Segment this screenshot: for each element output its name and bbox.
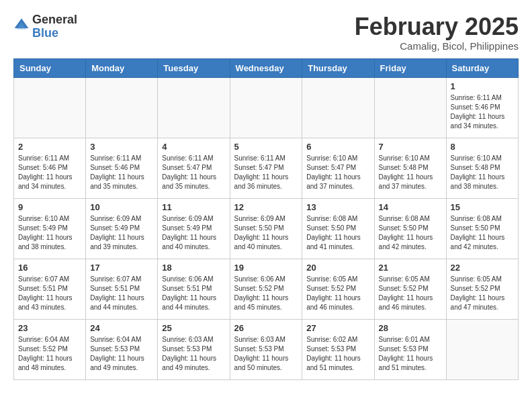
weekday-header-monday: Monday — [86, 58, 158, 77]
day-cell: 11Sunrise: 6:09 AM Sunset: 5:49 PM Dayli… — [158, 198, 230, 259]
weekday-header-sunday: Sunday — [14, 58, 86, 77]
day-number: 9 — [18, 202, 81, 212]
day-number: 20 — [306, 263, 369, 273]
logo-general-text: General — [32, 13, 77, 26]
day-cell: 15Sunrise: 6:08 AM Sunset: 5:50 PM Dayli… — [446, 198, 518, 259]
day-info: Sunrise: 6:01 AM Sunset: 5:53 PM Dayligh… — [379, 335, 442, 373]
day-info: Sunrise: 6:07 AM Sunset: 5:51 PM Dayligh… — [18, 275, 81, 312]
day-number: 15 — [451, 202, 514, 212]
day-cell: 21Sunrise: 6:05 AM Sunset: 5:52 PM Dayli… — [374, 259, 446, 319]
day-number: 13 — [306, 202, 369, 212]
day-cell — [86, 77, 158, 138]
day-info: Sunrise: 6:02 AM Sunset: 5:53 PM Dayligh… — [306, 335, 369, 373]
logo: General Blue — [13, 13, 77, 40]
day-number: 24 — [90, 323, 153, 333]
day-info: Sunrise: 6:05 AM Sunset: 5:52 PM Dayligh… — [451, 275, 514, 312]
day-number: 7 — [379, 142, 442, 152]
day-info: Sunrise: 6:03 AM Sunset: 5:53 PM Dayligh… — [162, 335, 225, 373]
day-info: Sunrise: 6:09 AM Sunset: 5:49 PM Dayligh… — [90, 214, 153, 252]
day-cell: 8Sunrise: 6:10 AM Sunset: 5:48 PM Daylig… — [446, 138, 518, 198]
day-cell: 22Sunrise: 6:05 AM Sunset: 5:52 PM Dayli… — [446, 259, 518, 319]
day-info: Sunrise: 6:06 AM Sunset: 5:52 PM Dayligh… — [234, 275, 298, 312]
day-number: 1 — [451, 81, 514, 91]
day-cell: 1Sunrise: 6:11 AM Sunset: 5:46 PM Daylig… — [446, 77, 518, 138]
day-cell: 3Sunrise: 6:11 AM Sunset: 5:46 PM Daylig… — [86, 138, 158, 198]
day-cell: 26Sunrise: 6:03 AM Sunset: 5:53 PM Dayli… — [230, 319, 302, 379]
day-cell: 28Sunrise: 6:01 AM Sunset: 5:53 PM Dayli… — [374, 319, 446, 379]
calendar-table: SundayMondayTuesdayWednesdayThursdayFrid… — [13, 58, 519, 380]
day-cell: 20Sunrise: 6:05 AM Sunset: 5:52 PM Dayli… — [302, 259, 374, 319]
day-cell: 17Sunrise: 6:07 AM Sunset: 5:51 PM Dayli… — [86, 259, 158, 319]
day-number: 2 — [18, 142, 81, 152]
day-info: Sunrise: 6:11 AM Sunset: 5:46 PM Dayligh… — [90, 154, 153, 191]
weekday-header-saturday: Saturday — [446, 58, 518, 77]
day-number: 4 — [162, 142, 225, 152]
day-cell: 23Sunrise: 6:04 AM Sunset: 5:52 PM Dayli… — [14, 319, 86, 379]
day-cell: 24Sunrise: 6:04 AM Sunset: 5:53 PM Dayli… — [86, 319, 158, 379]
day-number: 28 — [379, 323, 442, 333]
day-cell — [446, 319, 518, 379]
week-row-1: 1Sunrise: 6:11 AM Sunset: 5:46 PM Daylig… — [14, 77, 519, 138]
page-header: General Blue February 2025 Camalig, Bico… — [13, 13, 519, 52]
day-cell: 14Sunrise: 6:08 AM Sunset: 5:50 PM Dayli… — [374, 198, 446, 259]
day-number: 11 — [162, 202, 225, 212]
day-number: 19 — [234, 263, 298, 273]
day-info: Sunrise: 6:11 AM Sunset: 5:47 PM Dayligh… — [234, 154, 298, 191]
week-row-4: 16Sunrise: 6:07 AM Sunset: 5:51 PM Dayli… — [14, 259, 519, 319]
day-info: Sunrise: 6:07 AM Sunset: 5:51 PM Dayligh… — [90, 275, 153, 312]
day-info: Sunrise: 6:08 AM Sunset: 5:50 PM Dayligh… — [451, 214, 514, 252]
day-info: Sunrise: 6:10 AM Sunset: 5:48 PM Dayligh… — [451, 154, 514, 191]
day-number: 5 — [234, 142, 298, 152]
location: Camalig, Bicol, Philippines — [355, 40, 519, 52]
weekday-header-friday: Friday — [374, 58, 446, 77]
day-cell: 2Sunrise: 6:11 AM Sunset: 5:46 PM Daylig… — [14, 138, 86, 198]
day-info: Sunrise: 6:06 AM Sunset: 5:51 PM Dayligh… — [162, 275, 225, 312]
day-number: 26 — [234, 323, 298, 333]
month-year: February 2025 — [355, 13, 519, 40]
day-info: Sunrise: 6:10 AM Sunset: 5:48 PM Dayligh… — [379, 154, 442, 191]
day-number: 27 — [306, 323, 369, 333]
day-cell: 5Sunrise: 6:11 AM Sunset: 5:47 PM Daylig… — [230, 138, 302, 198]
day-number: 18 — [162, 263, 225, 273]
day-cell: 25Sunrise: 6:03 AM Sunset: 5:53 PM Dayli… — [158, 319, 230, 379]
day-cell — [230, 77, 302, 138]
day-cell: 27Sunrise: 6:02 AM Sunset: 5:53 PM Dayli… — [302, 319, 374, 379]
day-number: 16 — [18, 263, 81, 273]
day-info: Sunrise: 6:04 AM Sunset: 5:52 PM Dayligh… — [18, 335, 81, 373]
logo-icon — [13, 17, 30, 34]
weekday-header-thursday: Thursday — [302, 58, 374, 77]
day-number: 10 — [90, 202, 153, 212]
day-info: Sunrise: 6:08 AM Sunset: 5:50 PM Dayligh… — [379, 214, 442, 252]
day-info: Sunrise: 6:11 AM Sunset: 5:47 PM Dayligh… — [162, 154, 225, 191]
day-info: Sunrise: 6:10 AM Sunset: 5:47 PM Dayligh… — [306, 154, 369, 191]
day-number: 23 — [18, 323, 81, 333]
day-info: Sunrise: 6:11 AM Sunset: 5:46 PM Dayligh… — [451, 93, 514, 131]
day-info: Sunrise: 6:11 AM Sunset: 5:46 PM Dayligh… — [18, 154, 81, 191]
day-number: 6 — [306, 142, 369, 152]
day-cell: 4Sunrise: 6:11 AM Sunset: 5:47 PM Daylig… — [158, 138, 230, 198]
day-cell: 6Sunrise: 6:10 AM Sunset: 5:47 PM Daylig… — [302, 138, 374, 198]
day-cell — [374, 77, 446, 138]
logo-blue-text: Blue — [32, 26, 58, 40]
day-number: 14 — [379, 202, 442, 212]
weekday-header-row: SundayMondayTuesdayWednesdayThursdayFrid… — [14, 58, 519, 77]
weekday-header-tuesday: Tuesday — [158, 58, 230, 77]
day-number: 8 — [451, 142, 514, 152]
day-info: Sunrise: 6:08 AM Sunset: 5:50 PM Dayligh… — [306, 214, 369, 252]
day-info: Sunrise: 6:10 AM Sunset: 5:49 PM Dayligh… — [18, 214, 81, 252]
day-cell: 9Sunrise: 6:10 AM Sunset: 5:49 PM Daylig… — [14, 198, 86, 259]
day-cell — [302, 77, 374, 138]
day-info: Sunrise: 6:05 AM Sunset: 5:52 PM Dayligh… — [379, 275, 442, 312]
day-number: 21 — [379, 263, 442, 273]
day-cell: 13Sunrise: 6:08 AM Sunset: 5:50 PM Dayli… — [302, 198, 374, 259]
day-number: 3 — [90, 142, 153, 152]
title-block: February 2025 Camalig, Bicol, Philippine… — [355, 13, 519, 52]
day-cell — [158, 77, 230, 138]
day-info: Sunrise: 6:05 AM Sunset: 5:52 PM Dayligh… — [306, 275, 369, 312]
day-cell: 7Sunrise: 6:10 AM Sunset: 5:48 PM Daylig… — [374, 138, 446, 198]
day-info: Sunrise: 6:03 AM Sunset: 5:53 PM Dayligh… — [234, 335, 298, 373]
day-cell: 19Sunrise: 6:06 AM Sunset: 5:52 PM Dayli… — [230, 259, 302, 319]
day-cell: 10Sunrise: 6:09 AM Sunset: 5:49 PM Dayli… — [86, 198, 158, 259]
day-info: Sunrise: 6:04 AM Sunset: 5:53 PM Dayligh… — [90, 335, 153, 373]
week-row-3: 9Sunrise: 6:10 AM Sunset: 5:49 PM Daylig… — [14, 198, 519, 259]
